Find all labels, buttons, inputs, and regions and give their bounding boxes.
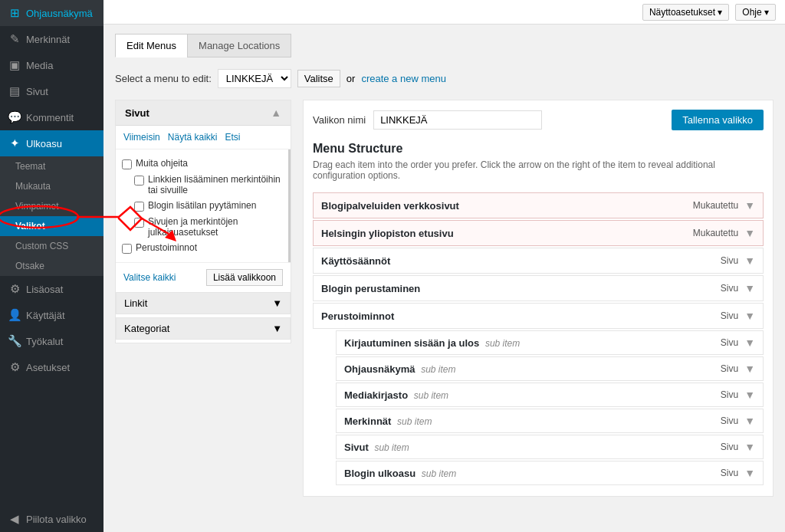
sidebar: ⊞ Ohjausnäkymä ✎ Merkinnät ▣ Media ▤ Siv… bbox=[0, 0, 103, 532]
panel-footer: Valitse kaikki Lisää valikkoon bbox=[116, 262, 291, 292]
menu-subitem-sivut: Sivut sub item Sivu ▼ bbox=[336, 435, 764, 459]
tab-manage-locations[interactable]: Manage Locations bbox=[187, 34, 291, 57]
menu-item-arrow[interactable]: ▼ bbox=[744, 282, 755, 294]
media-icon: ▣ bbox=[8, 58, 21, 72]
sidebar-item-mukauta[interactable]: Mukauta bbox=[0, 176, 103, 196]
menu-item-type: Sivu bbox=[721, 283, 738, 294]
panel-items-list: Muita ohjeita Linkkien lisääminen merkin… bbox=[116, 149, 291, 262]
sidebar-item-ohjausnakyma[interactable]: ⊞ Ohjausnäkymä bbox=[0, 0, 103, 26]
item-label: Linkkien lisääminen merkintöihin tai siv… bbox=[148, 174, 282, 195]
left-panel: Sivut ▲ Viimeisin Näytä kaikki Etsi Muit… bbox=[115, 100, 291, 343]
posts-icon: ✎ bbox=[8, 32, 21, 46]
sidebar-item-lisaosat[interactable]: ⚙ Lisäosat bbox=[0, 276, 103, 302]
menu-item-name: Blogin perustaminen bbox=[321, 283, 420, 294]
kategoriat-section[interactable]: Kategoriat ▼ bbox=[116, 317, 291, 340]
sub-label: sub item bbox=[421, 364, 455, 375]
linkit-toggle-icon: ▼ bbox=[272, 297, 282, 309]
menu-item-type: Sivu bbox=[721, 468, 738, 478]
panel-tab-etsi[interactable]: Etsi bbox=[225, 132, 240, 143]
menu-subitem-merkinnat: Merkinnät sub item Sivu ▼ bbox=[336, 409, 764, 433]
nayttoasetukset-button[interactable]: Näyttoasetukset ▾ bbox=[642, 4, 729, 21]
panel-toggle-icon[interactable]: ▲ bbox=[271, 107, 281, 119]
sivut-panel-title: Sivut bbox=[125, 107, 149, 119]
menu-item-arrow[interactable]: ▼ bbox=[744, 467, 755, 479]
menu-name-label: Valikon nimi bbox=[313, 114, 366, 126]
save-menu-button[interactable]: Tallenna valikko bbox=[672, 110, 764, 130]
select-menu-label: Select a menu to edit: bbox=[115, 73, 212, 84]
item-checkbox-blogin-lisatilan[interactable] bbox=[134, 202, 144, 212]
sidebar-item-teemat[interactable]: Teemat bbox=[0, 156, 103, 176]
menu-select[interactable]: LINKKEJÄ bbox=[218, 69, 291, 88]
sidebar-item-valikot[interactable]: Valikot bbox=[0, 216, 103, 236]
list-item: Linkkien lisääminen merkintöihin tai siv… bbox=[122, 172, 282, 198]
menu-item-type: Mukautettu bbox=[693, 228, 738, 238]
sidebar-item-merkinnat[interactable]: ✎ Merkinnät bbox=[0, 26, 103, 52]
sidebar-item-media[interactable]: ▣ Media bbox=[0, 52, 103, 78]
kategoriat-toggle-icon: ▼ bbox=[272, 323, 282, 334]
menu-item-arrow[interactable]: ▼ bbox=[744, 415, 755, 427]
menu-item-name: Ohjausnäkymä bbox=[344, 363, 415, 375]
panel-tab-viimeisin[interactable]: Viimeisin bbox=[123, 132, 160, 143]
linkit-section[interactable]: Linkit ▼ bbox=[116, 292, 291, 314]
item-checkbox-perustoiminnot[interactable] bbox=[122, 244, 132, 254]
two-column-layout: Sivut ▲ Viimeisin Näytä kaikki Etsi Muit… bbox=[115, 100, 774, 497]
add-to-menu-button[interactable]: Lisää valikkoon bbox=[206, 269, 283, 286]
sidebar-item-kayttajat[interactable]: 👤 Käyttäjät bbox=[0, 302, 103, 328]
menu-item-arrow[interactable]: ▼ bbox=[744, 363, 755, 375]
sub-label: sub item bbox=[485, 338, 520, 349]
main-content: Näyttoasetukset ▾ Ohje ▾ Edit Menus Mana… bbox=[103, 0, 785, 532]
sub-label: sub item bbox=[374, 442, 409, 453]
menu-item-type: Sivu bbox=[721, 363, 738, 374]
ulkoasu-submenu: Teemat Mukauta Vimpaimet Valikot Custom … bbox=[0, 156, 103, 276]
sub-label: sub item bbox=[397, 416, 432, 427]
menu-item-type: Sivu bbox=[721, 415, 738, 426]
menu-item-name: Merkinnät bbox=[344, 415, 391, 427]
item-checkbox-sivujen[interactable] bbox=[134, 218, 144, 228]
menu-item-name: Perustoiminnot bbox=[321, 310, 394, 322]
item-label: Blogin lisätilan pyytäminen bbox=[148, 200, 256, 211]
create-new-menu-link[interactable]: create a new menu bbox=[361, 73, 446, 84]
sidebar-item-custom-css[interactable]: Custom CSS bbox=[0, 236, 103, 256]
sub-label: sub item bbox=[422, 468, 456, 479]
menu-item-arrow[interactable]: ▼ bbox=[744, 199, 755, 212]
select-all-link[interactable]: Valitse kaikki bbox=[123, 272, 176, 283]
panel-tab-nayta-kaikki[interactable]: Näytä kaikki bbox=[168, 132, 218, 143]
menu-item-name: Blogin ulkoasu bbox=[344, 468, 415, 479]
item-checkbox-linkkien[interactable] bbox=[134, 176, 144, 186]
menu-item-arrow[interactable]: ▼ bbox=[744, 255, 755, 267]
menu-item-blogin-perustaminen: Blogin perustaminen Sivu ▼ bbox=[313, 275, 764, 301]
sivut-panel-header[interactable]: Sivut ▲ bbox=[116, 100, 291, 126]
valitse-button[interactable]: Valitse bbox=[297, 70, 340, 87]
item-label: Muita ohjeita bbox=[136, 158, 188, 169]
sidebar-item-piilota[interactable]: ◀ Piilota valikko bbox=[0, 506, 103, 532]
menu-item-name: Helsingin yliopiston etusivu bbox=[321, 228, 454, 239]
tab-edit-menus[interactable]: Edit Menus bbox=[115, 34, 187, 57]
item-checkbox-muita[interactable] bbox=[122, 159, 132, 169]
menu-item-arrow[interactable]: ▼ bbox=[744, 337, 755, 349]
list-item: Sivujen ja merkintöjen julkaisuasetukset bbox=[122, 214, 282, 240]
sidebar-item-asetukset[interactable]: ⚙ Asetukset bbox=[0, 354, 103, 380]
menu-subitem-ohjausnakyma: Ohjausnäkymä sub item Sivu ▼ bbox=[336, 356, 764, 381]
sidebar-item-otsake[interactable]: Otsake bbox=[0, 256, 103, 276]
sidebar-item-tyokalut[interactable]: 🔧 Työkalut bbox=[0, 328, 103, 354]
menu-name-row: Valikon nimi Tallenna valikko bbox=[313, 110, 764, 130]
menu-item-helsingin: Helsingin yliopiston etusivu Mukautettu … bbox=[313, 220, 764, 246]
sidebar-item-kommentit[interactable]: 💬 Kommentit bbox=[0, 104, 103, 130]
menu-item-arrow[interactable]: ▼ bbox=[744, 227, 755, 239]
menu-item-perustoiminnot: Perustoiminnot Sivu ▼ bbox=[313, 303, 764, 329]
menu-name-input[interactable] bbox=[373, 110, 542, 130]
item-label: Perustoiminnot bbox=[136, 242, 197, 253]
menu-item-arrow[interactable]: ▼ bbox=[744, 389, 755, 401]
sidebar-item-ulkoasu[interactable]: ✦ Ulkoasu bbox=[0, 130, 103, 156]
sidebar-item-sivut[interactable]: ▤ Sivut bbox=[0, 78, 103, 104]
tools-icon: 🔧 bbox=[8, 334, 21, 348]
menu-item-kayttosaannot: Käyttösäännöt Sivu ▼ bbox=[313, 248, 764, 274]
tab-bar: Edit Menus Manage Locations bbox=[115, 34, 774, 57]
sidebar-item-vimpaimet[interactable]: Vimpaimet bbox=[0, 196, 103, 216]
item-label: Sivujen ja merkintöjen julkaisuasetukset bbox=[148, 216, 282, 238]
ohje-button[interactable]: Ohje ▾ bbox=[735, 4, 776, 21]
menu-item-arrow[interactable]: ▼ bbox=[744, 441, 755, 453]
menu-item-arrow[interactable]: ▼ bbox=[744, 310, 755, 322]
plugins-icon: ⚙ bbox=[8, 282, 21, 296]
menu-item-type: Sivu bbox=[721, 310, 738, 321]
